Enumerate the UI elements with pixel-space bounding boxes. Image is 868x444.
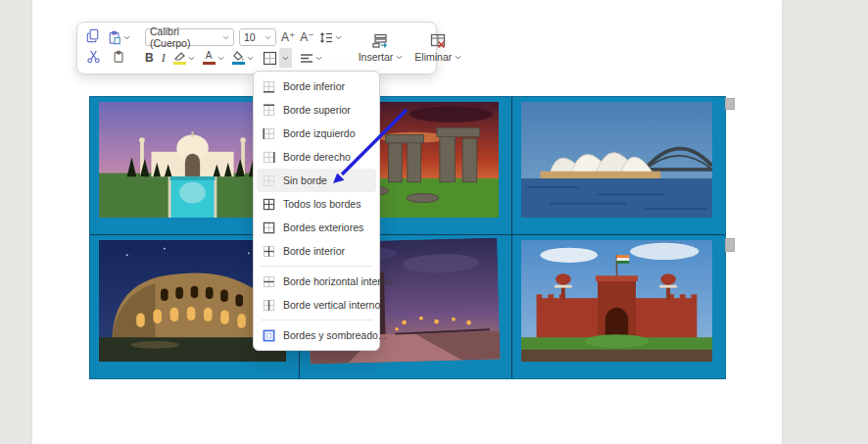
table-cell[interactable] [512, 97, 725, 235]
table-cell[interactable] [512, 235, 725, 378]
cut-icon[interactable] [86, 49, 101, 68]
alignment-button[interactable] [300, 52, 322, 64]
grow-font-button[interactable]: A⁺ [281, 31, 295, 43]
inside-borders-icon [263, 245, 275, 258]
inside-vertical-border-icon [263, 299, 275, 312]
borders-icon [262, 50, 278, 67]
shading-color-button[interactable] [232, 51, 254, 65]
font-name-combo[interactable]: Calibri (Cuerpo) [145, 28, 234, 46]
chevron-down-icon [315, 56, 322, 61]
table-row-resize-handle[interactable] [725, 238, 735, 252]
menu-item-label: Bordes exteriores [283, 222, 363, 233]
menu-item-label: Bordes y sombreado... [283, 329, 387, 341]
menu-item-label: Borde izquierdo [283, 127, 356, 139]
chevron-down-icon [265, 35, 271, 40]
font-name-value: Calibri (Cuerpo) [150, 25, 222, 49]
menu-item-todos-los-bordes[interactable]: Todos los bordes [257, 192, 376, 216]
line-spacing-button[interactable] [319, 31, 342, 44]
borders-dropdown-arrow[interactable] [279, 48, 292, 68]
align-icon [300, 52, 313, 64]
highlight-color-swatch [173, 62, 186, 65]
menu-item-borde-inferior[interactable]: Borde inferior [257, 74, 376, 98]
menu-item-bordes-y-sombreado[interactable]: Bordes y sombreado... [257, 323, 376, 347]
font-group: Calibri (Cuerpo) 10 A⁺ A⁻ [145, 27, 342, 69]
bold-button[interactable]: B [145, 52, 154, 64]
inside-horizontal-border-icon [263, 275, 275, 288]
insert-label: Insertar [359, 51, 394, 63]
menu-item-label: Borde horizontal interno [283, 275, 393, 287]
format-painter-icon[interactable] [112, 49, 125, 68]
border-left-icon [263, 127, 275, 140]
borders-and-shading-icon [263, 329, 275, 342]
chevron-down-icon [455, 55, 461, 60]
paste-button[interactable] [108, 30, 130, 45]
menu-item-sin-borde[interactable]: Sin borde [257, 169, 376, 192]
menu-item-borde-horizontal-interno[interactable]: Borde horizontal interno [257, 270, 376, 293]
menu-separator [261, 266, 372, 267]
highlight-color-button[interactable] [173, 51, 195, 65]
highlighter-icon [173, 51, 186, 61]
table-row-resize-handle[interactable] [725, 98, 735, 110]
insert-rows-icon [371, 33, 389, 49]
italic-button[interactable]: I [162, 52, 166, 64]
menu-item-label: Borde interior [283, 245, 345, 257]
delete-table-icon [429, 33, 447, 49]
clipboard-group [84, 27, 131, 69]
chevron-down-icon [247, 56, 254, 61]
delete-button[interactable]: Eliminar [414, 33, 461, 63]
font-color-icon: A [206, 51, 213, 61]
font-color-swatch [203, 62, 216, 65]
menu-item-label: Borde vertical interno [283, 299, 380, 311]
borders-split-button[interactable] [262, 48, 292, 68]
menu-item-bordes-exteriores[interactable]: Bordes exteriores [257, 216, 376, 239]
chevron-down-icon [222, 35, 229, 40]
menu-item-borde-vertical-interno[interactable]: Borde vertical interno [257, 293, 376, 317]
menu-item-label: Todos los bordes [283, 198, 361, 210]
font-size-value: 10 [244, 31, 256, 43]
menu-item-label: Borde inferior [283, 80, 345, 92]
menu-item-borde-interior[interactable]: Borde interior [257, 239, 376, 263]
border-bottom-icon [263, 80, 275, 93]
mini-toolbar: Calibri (Cuerpo) 10 A⁺ A⁻ [76, 22, 437, 74]
insert-button[interactable]: Insertar [359, 33, 404, 63]
word-canvas: Calibri (Cuerpo) 10 A⁺ A⁻ [0, 0, 868, 444]
menu-separator [261, 320, 372, 321]
red-fort-image[interactable] [521, 240, 712, 362]
chevron-down-icon [217, 56, 224, 61]
menu-item-borde-superior[interactable]: Borde superior [257, 98, 376, 122]
border-top-icon [263, 104, 275, 117]
font-size-combo[interactable]: 10 [239, 28, 276, 46]
photo-table[interactable] [90, 97, 725, 378]
shading-color-swatch [232, 62, 245, 65]
all-borders-icon [263, 198, 275, 211]
copy-icon[interactable] [86, 28, 101, 47]
menu-item-borde-derecho[interactable]: Borde derecho [257, 145, 376, 169]
font-color-button[interactable]: A [203, 51, 224, 65]
sydney-opera-house-image[interactable] [521, 102, 712, 218]
menu-item-borde-izquierdo[interactable]: Borde izquierdo [257, 122, 376, 145]
shrink-font-button[interactable]: A⁻ [300, 31, 313, 43]
no-border-icon [263, 174, 275, 187]
table-commands-group: Insertar Eliminar [356, 27, 465, 69]
delete-label: Eliminar [414, 51, 452, 63]
menu-item-label: Borde superior [283, 104, 351, 116]
paint-bucket-icon [232, 51, 244, 61]
border-right-icon [263, 151, 275, 164]
menu-item-label: Borde derecho [283, 151, 351, 163]
chevron-down-icon [188, 56, 195, 61]
menu-item-label: Sin borde [283, 174, 327, 186]
borders-dropdown-menu: Borde inferior Borde superior Borde izqu… [253, 71, 380, 351]
outside-borders-icon [263, 222, 275, 234]
chevron-down-icon [396, 55, 403, 60]
